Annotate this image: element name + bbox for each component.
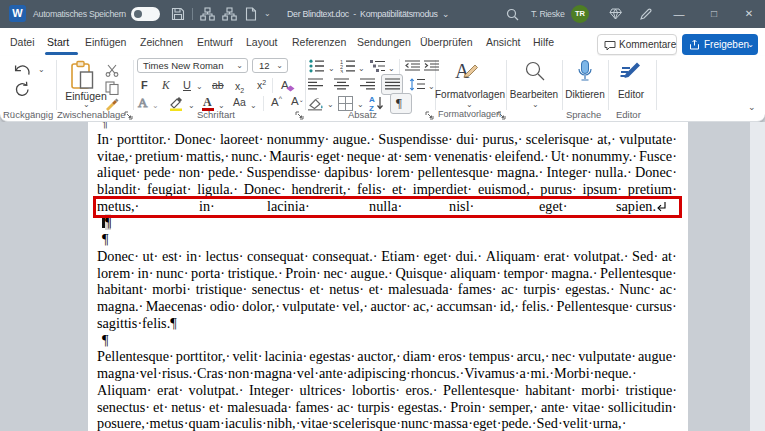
svg-text:3: 3 xyxy=(340,69,343,73)
svg-text:A: A xyxy=(369,95,375,104)
